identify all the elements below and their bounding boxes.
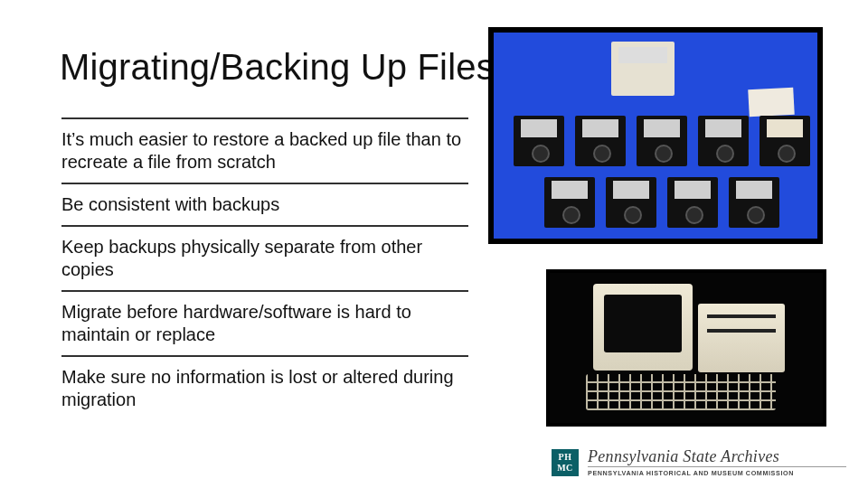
- image-floppy-disks-content: [494, 33, 817, 239]
- footer-org-name: Pennsylvania State Archives: [588, 448, 779, 465]
- slide: Migrating/Backing Up Files It’s much eas…: [0, 0, 868, 488]
- floppy-icon: [514, 116, 564, 166]
- disk-drive-icon: [698, 304, 785, 372]
- floppy-icon: [544, 177, 595, 228]
- list-item: Migrate before hardware/software is hard…: [61, 292, 468, 355]
- index-card-icon: [748, 88, 795, 117]
- list-item: Make sure no information is lost or alte…: [61, 357, 468, 420]
- monitor-icon: [593, 284, 693, 371]
- disk-box-icon: [611, 42, 675, 96]
- image-floppy-disks: [488, 27, 823, 244]
- phmc-logo: PH MC: [552, 449, 579, 476]
- floppy-icon: [637, 116, 687, 166]
- footer-org: Pennsylvania State Archives PENNSYLVANIA…: [588, 448, 846, 477]
- floppy-icon: [760, 116, 810, 166]
- floppy-icon: [698, 116, 749, 166]
- bullet-list: It’s much easier to restore a backed up …: [61, 117, 468, 420]
- footer: PH MC Pennsylvania State Archives PENNSY…: [552, 448, 846, 477]
- image-vintage-computer-content: [550, 273, 823, 423]
- list-item: Be consistent with backups: [61, 184, 468, 225]
- floppy-icon: [606, 177, 656, 228]
- floppy-icon: [667, 177, 718, 228]
- list-item: Keep backups physically separate from ot…: [61, 227, 468, 290]
- slide-title: Migrating/Backing Up Files: [60, 47, 495, 88]
- keyboard-icon: [586, 374, 776, 410]
- floppy-icon: [729, 177, 779, 228]
- floppy-icon: [575, 116, 626, 166]
- image-vintage-computer: [546, 269, 826, 427]
- list-item: It’s much easier to restore a backed up …: [61, 119, 468, 183]
- footer-org-sub: PENNSYLVANIA HISTORICAL AND MUSEUM COMMI…: [588, 466, 846, 477]
